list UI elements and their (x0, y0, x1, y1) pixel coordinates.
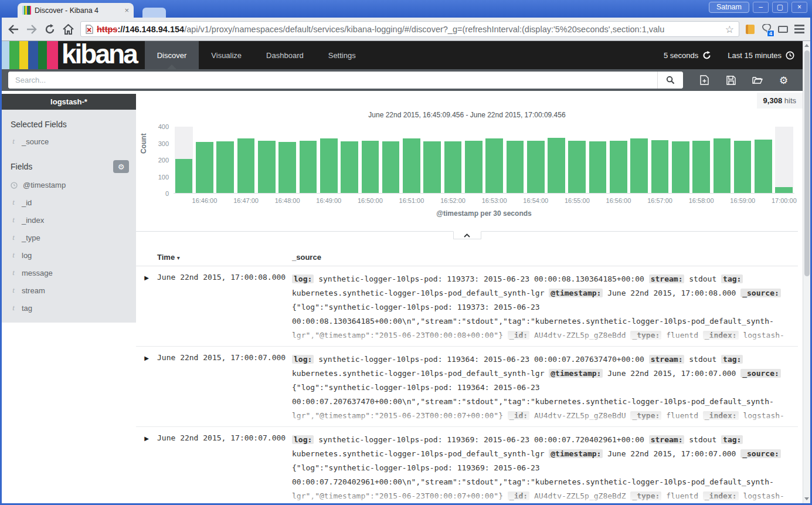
expand-row-icon[interactable]: ▶ (136, 353, 157, 426)
refresh-interval-picker[interactable]: 5 seconds (664, 51, 711, 60)
histogram-bar[interactable] (507, 141, 524, 193)
field-item-_source[interactable]: t_source (2, 133, 136, 150)
search-button[interactable] (657, 72, 683, 89)
field-label: _index: (703, 492, 739, 500)
nav-tab-discover[interactable]: Discover (145, 41, 199, 69)
field-item-_type[interactable]: t_type (2, 229, 136, 246)
histogram-bar[interactable] (382, 141, 400, 193)
histogram-bar[interactable] (278, 142, 296, 193)
field-label: _type: (630, 411, 661, 420)
row-source: log: synthetic-logger-10lps-pod: 119369:… (292, 433, 798, 503)
url-bar[interactable]: https://146.148.94.154/api/v1/proxy/name… (80, 21, 739, 37)
histogram-bar-slot (505, 127, 525, 193)
collapse-histogram-button[interactable] (453, 231, 481, 239)
search-input[interactable] (8, 72, 657, 89)
histogram-bar[interactable] (672, 141, 689, 193)
histogram-bar[interactable] (423, 141, 441, 193)
new-search-button[interactable] (691, 74, 718, 86)
scrollbar-thumb[interactable] (804, 50, 810, 276)
forward-icon[interactable] (26, 23, 38, 35)
histogram-bar[interactable] (692, 141, 710, 193)
scroll-down-icon[interactable] (803, 495, 810, 503)
nav-tab-dashboard[interactable]: Dashboard (254, 41, 316, 69)
histogram-bar-slot (587, 127, 608, 193)
field-item-timestamp[interactable]: @timestamp (2, 177, 136, 194)
new-document-icon (700, 75, 709, 85)
histogram-bar[interactable] (237, 138, 255, 193)
index-pattern-selector[interactable]: logstash-* (2, 94, 136, 110)
page-scrollbar[interactable] (803, 41, 810, 503)
save-search-button[interactable] (718, 74, 744, 86)
histogram-bar[interactable] (775, 187, 793, 193)
field-label: _id: (508, 331, 529, 340)
profile-button[interactable]: Satnam (709, 2, 749, 13)
histogram-bar[interactable] (320, 138, 338, 193)
open-search-button[interactable] (744, 74, 770, 86)
field-item-message[interactable]: tmessage (2, 264, 136, 282)
x-tick-label: 16:49:00 (316, 197, 341, 204)
field-item-_index[interactable]: t_index (2, 211, 136, 229)
scroll-up-icon[interactable] (803, 42, 810, 49)
field-settings-gear-icon[interactable]: ⚙ (113, 160, 129, 173)
settings-button[interactable]: ⚙ (770, 74, 797, 86)
histogram-bar[interactable] (485, 138, 503, 193)
histogram-bar[interactable] (403, 138, 420, 193)
kibana-brand[interactable]: kibana (58, 41, 145, 69)
nav-tab-settings[interactable]: Settings (316, 41, 368, 69)
histogram-bar[interactable] (651, 140, 669, 193)
time-column-header[interactable]: Time ▾ (157, 253, 292, 262)
histogram-bar[interactable] (465, 141, 483, 193)
bookmark-star-icon[interactable]: ☆ (725, 23, 734, 35)
histogram-bar[interactable] (568, 141, 586, 193)
logo-stripe (38, 41, 47, 69)
histogram-bar[interactable] (589, 141, 607, 193)
histogram-bar[interactable] (527, 141, 545, 193)
back-icon[interactable] (8, 23, 19, 35)
tab-close-icon[interactable]: × (124, 6, 129, 15)
string-field-icon: t (11, 233, 16, 242)
histogram-bar-slot (401, 127, 422, 193)
new-tab-button[interactable] (142, 8, 166, 18)
maximize-button[interactable]: ▢ (772, 2, 788, 13)
field-item-stream[interactable]: tstream (2, 282, 136, 299)
extension-icon[interactable] (746, 25, 755, 34)
histogram-bar[interactable] (196, 142, 213, 193)
histogram-bar-slot (608, 127, 628, 193)
histogram-bar[interactable] (216, 141, 234, 193)
expand-row-icon[interactable]: ▶ (136, 272, 157, 346)
time-range-picker[interactable]: Last 15 minutes (728, 51, 794, 60)
histogram-bar[interactable] (755, 140, 772, 193)
histogram-bar-slot (360, 127, 380, 193)
histogram-bar[interactable] (630, 138, 648, 193)
y-tick-label: 400 (136, 123, 169, 130)
histogram-bar[interactable] (341, 141, 358, 193)
hangouts-extension-icon[interactable]: 4 (761, 24, 772, 35)
histogram-bar[interactable] (175, 159, 193, 193)
histogram-bar[interactable] (548, 138, 565, 193)
close-button[interactable]: × (791, 2, 807, 13)
histogram-bar[interactable] (734, 141, 752, 193)
histogram-bar[interactable] (300, 141, 317, 193)
histogram-bar[interactable] (610, 141, 627, 193)
histogram-bar[interactable] (362, 141, 379, 193)
field-item-_id[interactable]: t_id (2, 194, 136, 211)
cast-extension-icon[interactable] (778, 26, 788, 33)
chrome-menu-icon[interactable] (794, 25, 804, 33)
field-label: stream: (649, 355, 685, 364)
histogram-bar[interactable] (258, 141, 276, 193)
row-time: June 22nd 2015, 17:00:08.000 (157, 272, 292, 346)
field-item-tag[interactable]: ttag (2, 299, 136, 317)
field-label: _index: (703, 331, 739, 340)
browser-tab[interactable]: Discover - Kibana 4 × (18, 3, 134, 18)
minimize-button[interactable]: – (753, 2, 769, 13)
expand-row-icon[interactable]: ▶ (136, 433, 157, 503)
histogram-bar-slot (422, 127, 443, 193)
histogram-bar[interactable] (444, 141, 462, 193)
insecure-page-icon[interactable] (86, 25, 93, 34)
home-icon[interactable] (62, 23, 74, 35)
field-item-log[interactable]: tlog (2, 246, 136, 264)
reload-icon[interactable] (44, 23, 56, 35)
nav-tab-visualize[interactable]: Visualize (199, 41, 254, 69)
histogram-bar[interactable] (714, 138, 731, 193)
histogram-bar-slot (380, 127, 401, 193)
